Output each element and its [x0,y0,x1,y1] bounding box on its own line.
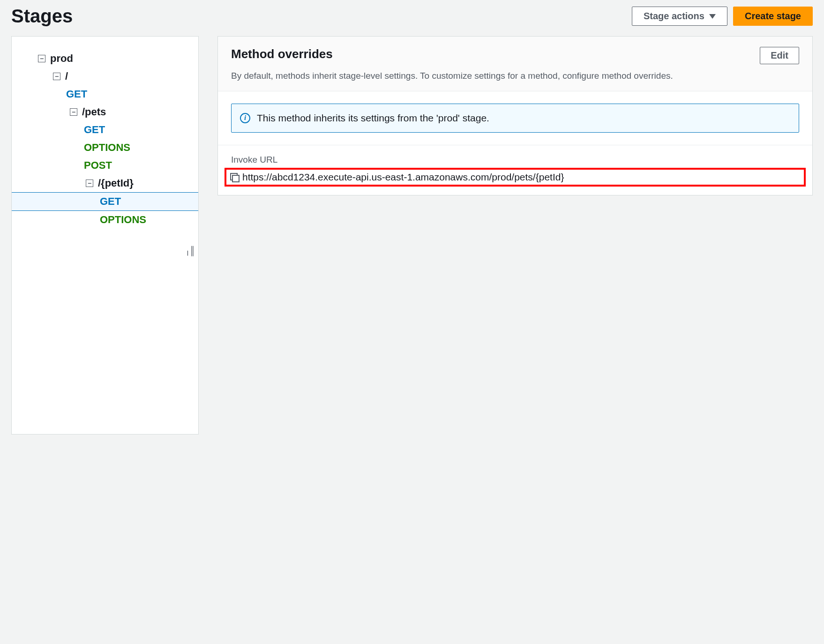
collapse-icon[interactable] [38,55,45,62]
stage-actions-label: Stage actions [644,11,704,22]
create-stage-button[interactable]: Create stage [733,7,813,26]
invoke-url-row: https://abcd1234.execute-api.us-east-1.a… [225,168,806,187]
detail-title: Method overrides [231,47,333,61]
resize-handle-icon[interactable]: ╷║ [185,246,195,256]
tree-stage-node[interactable]: prod [12,50,198,67]
tree-method-get[interactable]: GET [12,85,198,103]
invoke-url-value[interactable]: https://abcd1234.execute-api.us-east-1.a… [242,172,564,183]
invoke-url-section: Invoke URL https://abcd1234.execute-api.… [218,145,812,195]
method-label: OPTIONS [100,214,146,226]
method-label: GET [100,195,121,208]
caret-down-icon [709,14,716,19]
tree-root-node[interactable]: / [12,67,198,85]
collapse-icon[interactable] [70,108,77,116]
collapse-icon[interactable] [86,180,93,187]
stage-actions-button[interactable]: Stage actions [632,7,727,26]
collapse-icon[interactable] [53,73,60,80]
info-message: This method inherits its settings from t… [257,112,489,124]
tree-pets-label: /pets [82,106,106,118]
info-banner: i This method inherits its settings from… [231,104,799,133]
tree-root-label: / [65,70,68,82]
tree-stage-label: prod [50,52,73,65]
tree-method-post[interactable]: POST [12,157,198,174]
page-header: Stages Stage actions Create stage [11,6,813,27]
tree-method-options[interactable]: OPTIONS [12,139,198,157]
method-label: POST [84,159,112,172]
tree-method-options[interactable]: OPTIONS [12,211,198,229]
tree-petid-node[interactable]: /{petId} [12,174,198,192]
detail-header: Method overrides Edit By default, method… [218,37,812,91]
method-label: GET [66,88,87,100]
detail-description: By default, methods inherit stage-level … [231,70,799,82]
tree-petid-label: /{petId} [98,177,134,189]
tree-pets-node[interactable]: /pets [12,103,198,121]
header-actions: Stage actions Create stage [632,7,813,26]
invoke-url-label: Invoke URL [225,155,806,165]
page-title: Stages [11,6,73,27]
tree-method-get[interactable]: GET [12,121,198,139]
info-icon: i [240,113,250,123]
method-label: GET [84,124,105,136]
stage-tree-panel: prod / GET /pets GET OPTIONS POST [11,36,199,434]
method-detail-panel: Method overrides Edit By default, method… [217,36,813,195]
tree-method-get-selected[interactable]: GET [12,192,198,211]
method-label: OPTIONS [84,142,130,154]
copy-icon[interactable] [230,173,239,181]
edit-button[interactable]: Edit [760,47,799,64]
